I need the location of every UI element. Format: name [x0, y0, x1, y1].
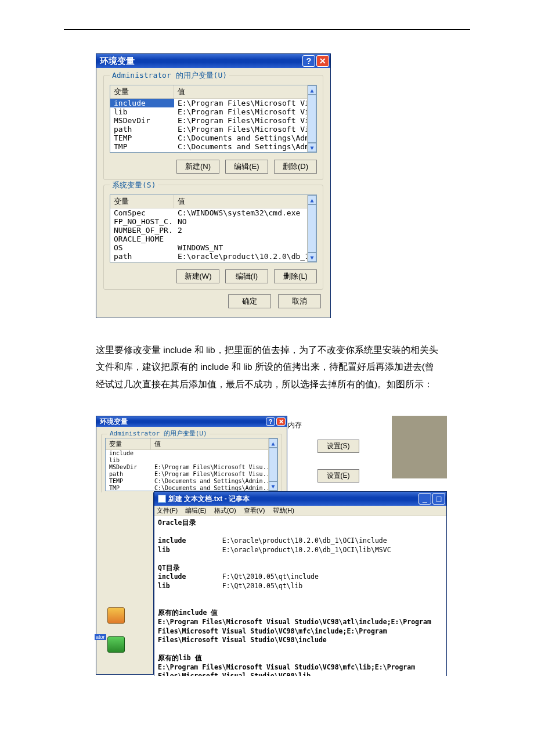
scroll-up-icon[interactable]: ▲: [308, 85, 316, 95]
user-vars-list[interactable]: 变量 值 includeE:\Program Files\Microsoft V…: [110, 85, 317, 153]
column-header-value[interactable]: 值: [174, 85, 316, 98]
menu-edit[interactable]: 编辑(E): [185, 507, 207, 514]
minimize-icon[interactable]: _: [418, 493, 431, 505]
maximize-icon[interactable]: □: [432, 493, 445, 505]
list-item-name: ORACLE_HOME: [110, 235, 174, 243]
scroll-thumb[interactable]: [308, 204, 316, 253]
ok-button[interactable]: 确定: [228, 294, 271, 308]
np-value: E:\oracle\product\10.2.0\db_1\OCI\includ…: [222, 537, 387, 545]
right-settings-panel: 内存 设置(S) 设置(E): [284, 416, 392, 499]
list-item[interactable]: TEMPC:\Documents and Settings\Admin...: [106, 478, 277, 485]
scrollbar[interactable]: ▲ ▼: [307, 85, 316, 152]
list-item-name: ComSpec: [110, 208, 174, 217]
list-item[interactable]: TEMPC:\Documents and Settings\Admin...: [110, 134, 316, 142]
sys-delete-button[interactable]: 删除(L): [274, 269, 317, 283]
scroll-up-icon[interactable]: ▲: [308, 195, 316, 204]
list-item-value: E:\Program Files\Microsoft Visu...: [174, 107, 316, 116]
menu-format[interactable]: 格式(O): [214, 507, 236, 514]
dialog-body: Administrator 的用户变量(U) 变量 值 includeE:\Pr…: [96, 68, 330, 318]
list-item-value: C:\Documents and Settings\Admin...: [174, 134, 316, 142]
help-icon[interactable]: ?: [302, 55, 315, 67]
taskbar-fragment: ator: [95, 634, 106, 640]
list-item[interactable]: MSDevDirE:\Program Files\Microsoft Visu.…: [106, 464, 277, 471]
scroll-up-icon[interactable]: ▲: [269, 438, 277, 448]
list-item-name: NUMBER_OF_PR...: [110, 226, 174, 235]
user-edit-button[interactable]: 编辑(E): [225, 160, 268, 174]
list-item[interactable]: includeE:\Program Files\Microsoft Visu..…: [110, 99, 316, 107]
notepad-menubar[interactable]: 文件(F) 编辑(E) 格式(O) 查看(V) 帮助(H): [154, 506, 446, 516]
list-item[interactable]: pathE:\oracle\product\10.2.0\db_1\bin;..…: [110, 252, 316, 261]
desktop-icon[interactable]: [105, 636, 127, 660]
notepad-title: 新建 文本文档.txt - 记事本: [168, 494, 250, 504]
list-item[interactable]: NUMBER_OF_PR...2: [110, 226, 316, 235]
list-item-value: C:\WINDOWS\system32\cmd.exe: [174, 208, 316, 217]
scroll-down-icon[interactable]: ▼: [308, 253, 316, 262]
list-item-value: C:\Documents and Settings\Admin...: [151, 478, 277, 485]
np-label: include: [158, 573, 186, 581]
settings-e-button[interactable]: 设置(E): [317, 469, 359, 483]
list-item-value: [174, 235, 316, 243]
list-item[interactable]: ComSpecC:\WINDOWS\system32\cmd.exe: [110, 208, 316, 217]
scrollbar[interactable]: ▲ ▼: [268, 438, 277, 491]
scroll-thumb[interactable]: [269, 448, 277, 481]
user-delete-button[interactable]: 删除(D): [274, 160, 317, 174]
list-item-value: [151, 457, 277, 464]
sys-new-button[interactable]: 新建(W): [176, 269, 219, 283]
titlebar: 新建 文本文档.txt - 记事本 _ □: [154, 492, 446, 506]
menu-file[interactable]: 文件(F): [157, 507, 178, 514]
settings-s-button[interactable]: 设置(S): [317, 440, 359, 453]
notepad-text-area[interactable]: Oracle目录 include E:\oracle\product\10.2.…: [154, 516, 446, 676]
list-item-value: E:\Program Files\Microsoft Visu...: [174, 116, 316, 125]
env-var-dialog: 环境变量 ? ✕ Administrator 的用户变量(U) 变量 值 inc…: [96, 53, 331, 318]
column-header-name[interactable]: 变量: [110, 85, 174, 98]
list-item[interactable]: libE:\Program Files\Microsoft Visu...: [110, 107, 316, 116]
list-item[interactable]: pathE:\Program Files\Microsoft Visu...: [106, 471, 277, 478]
sys-edit-button[interactable]: 编辑(I): [225, 269, 268, 283]
list-item-name: TMP: [110, 142, 174, 151]
list-item-value: NO: [174, 217, 316, 226]
sys-vars-list[interactable]: 变量 值 ComSpecC:\WINDOWS\system32\cmd.exeF…: [110, 195, 317, 262]
column-header-value[interactable]: 值: [174, 195, 316, 208]
help-icon[interactable]: ?: [266, 417, 275, 426]
list-item-name: MSDevDir: [106, 464, 151, 471]
column-header-name[interactable]: 变量: [106, 438, 151, 449]
scroll-thumb[interactable]: [308, 95, 316, 143]
list-item-name: path: [110, 252, 174, 261]
cancel-button[interactable]: 取消: [278, 294, 321, 308]
titlebar: 环境变量 ? ✕: [96, 54, 330, 68]
list-item[interactable]: lib: [106, 457, 277, 464]
list-item-name: OS: [110, 243, 174, 252]
close-icon[interactable]: ✕: [316, 55, 329, 67]
list-item[interactable]: ORACLE_HOME: [110, 235, 316, 243]
list-item[interactable]: pathE:\Program Files\Microsoft Visu...: [110, 125, 316, 134]
list-item-value: E:\Program Files\Microsoft Visu...: [174, 99, 316, 107]
notepad-window: 新建 文本文档.txt - 记事本 _ □ 文件(F) 编辑(E) 格式(O) …: [154, 491, 447, 676]
column-header-value[interactable]: 值: [151, 438, 277, 449]
menu-view[interactable]: 查看(V): [244, 507, 265, 514]
np-heading-lib: 原有的lib 值: [158, 654, 202, 662]
list-item-name: lib: [110, 107, 174, 116]
list-item[interactable]: include: [106, 450, 277, 457]
list-item[interactable]: TMPC:\Documents and Settings\Admin...: [106, 485, 277, 491]
list-item-value: C:\Documents and Settings\Admin...: [174, 142, 316, 151]
body-paragraph: 这里要修改变量 include 和 lib，把里面的值去掉，为了不改变你系统里安…: [96, 341, 438, 393]
list-item-value: [151, 450, 277, 457]
list-item[interactable]: MSDevDirE:\Program Files\Microsoft Visu.…: [110, 116, 316, 125]
scroll-down-icon[interactable]: ▼: [308, 143, 316, 152]
user-new-button[interactable]: 新建(N): [176, 160, 219, 174]
right-brown-panel: [392, 416, 447, 478]
list-item[interactable]: OSWINDOWS_NT: [110, 243, 316, 252]
desktop-icon[interactable]: [105, 607, 127, 631]
user-vars-group: Administrator 的用户变量(U) 变量 值 includeE:\Pr…: [103, 75, 323, 180]
list-item[interactable]: FP_NO_HOST_C...NO: [110, 217, 316, 226]
list-item-name: include: [110, 99, 174, 107]
column-header-name[interactable]: 变量: [110, 195, 174, 208]
user-vars-list[interactable]: 变量 值 includelibMSDevDirE:\Program Files\…: [105, 438, 278, 491]
np-value: E:\oracle\product\10.2.0\db_1\OCI\lib\MS…: [222, 546, 391, 554]
list-item[interactable]: TMPC:\Documents and Settings\Admin...: [110, 142, 316, 151]
close-icon[interactable]: ✕: [276, 417, 286, 426]
np-value: E:\Program Files\Microsoft Visual Studio…: [158, 618, 435, 644]
scroll-down-icon[interactable]: ▼: [269, 481, 277, 491]
scrollbar[interactable]: ▲ ▼: [307, 195, 316, 262]
menu-help[interactable]: 帮助(H): [273, 507, 294, 514]
